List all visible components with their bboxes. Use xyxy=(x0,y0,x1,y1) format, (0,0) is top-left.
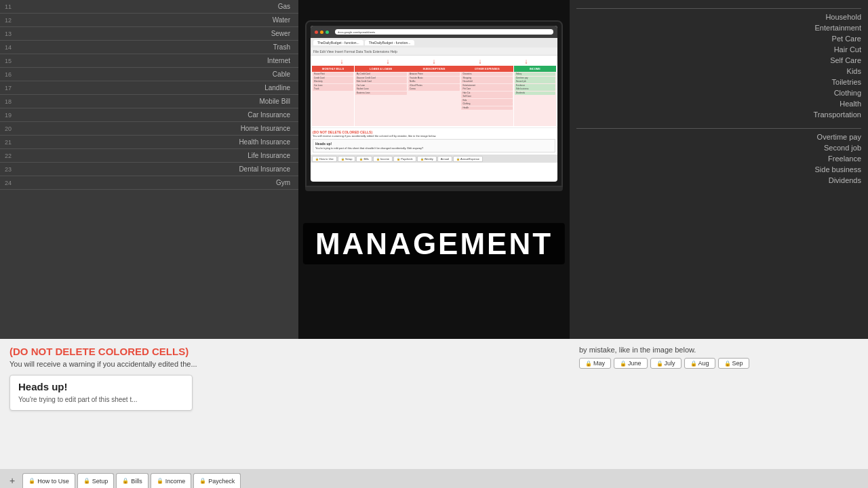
arrow-1: ↓ xyxy=(340,58,344,65)
do-not-delete-main: (DO NOT DELETE COLORED CELLS) xyxy=(9,346,289,357)
laptop-sheet-tab[interactable]: 🔒 Setup xyxy=(338,156,356,162)
row-number: 18 xyxy=(0,98,14,105)
month-tab[interactable]: 🔒 June xyxy=(614,358,648,369)
laptop-sheet-tab[interactable]: 🔒 AnnualExpense xyxy=(453,156,483,162)
row-number: 17 xyxy=(0,85,14,92)
sheet-cell: Hair Cut xyxy=(461,92,513,95)
laptop: docs.google.com/spreadsheets TheDailyBud… xyxy=(305,20,563,191)
browser-tab-1[interactable]: TheDailyBudget - function... xyxy=(313,40,363,45)
sheet-tabs-laptop: 🔒 How to Use🔒 Setup🔒 Bills🔒 Income🔒 Payc… xyxy=(311,155,557,163)
month-tabs: 🔒 May🔒 June🔒 July🔒 Aug🔒 Sep xyxy=(579,358,859,369)
month-tab[interactable]: 🔒 Sep xyxy=(718,358,749,369)
laptop-sheet-tab[interactable]: Annual xyxy=(437,156,452,162)
bottom-right-content: by mistake, like in the image below. 🔒 M… xyxy=(570,339,868,488)
col-loans: LOANS & LOANS xyxy=(355,66,408,72)
spreadsheet-row: 12 Water xyxy=(0,14,298,27)
sheet-cell: Discover Credit Card xyxy=(355,77,407,80)
laptop-sheet-tab[interactable]: 🔒 Bills xyxy=(356,156,372,162)
sheet-cell: Credit Card xyxy=(313,77,353,80)
address-bar[interactable]: docs.google.com/spreadsheets xyxy=(335,29,553,35)
maximize-icon[interactable] xyxy=(326,30,329,34)
heads-up-title-laptop: Heads up! xyxy=(315,142,553,146)
sheet-tab-main[interactable]: 🔒 Setup xyxy=(77,473,115,488)
heads-up-title-main: Heads up! xyxy=(18,381,184,392)
browser-tab-bar: TheDailyBudget - function... TheDailyBud… xyxy=(311,38,557,47)
right-col1-item: Pet Care xyxy=(576,33,861,44)
row-content: Water xyxy=(14,16,298,24)
sheet-cell: Netflix xyxy=(408,80,460,83)
row-content: Car Insurance xyxy=(14,111,298,119)
toolbar-label: File Edit View Insert Format Data Tools … xyxy=(313,49,397,54)
sheet-tab-main[interactable]: 🔒 Income xyxy=(151,473,192,488)
laptop-sheet-tab[interactable]: 🔒 Income xyxy=(373,156,393,162)
right-col1-item: Health xyxy=(576,98,861,109)
sheet-cell: Dividends xyxy=(515,92,555,95)
management-text: MANAGEMENT xyxy=(303,223,565,264)
browser-tab-2[interactable]: TheDailyBudget - function... xyxy=(365,40,415,45)
column-headers: MONTHLY BILLS LOANS & LOANS SUBSCRIPTION… xyxy=(312,66,556,72)
right-col1-items: HouseholdEntertainmentPet CareHair CutSe… xyxy=(576,12,861,120)
row-content: Sewer xyxy=(14,30,298,37)
sheet-cell: Car Loan xyxy=(313,84,353,87)
browser-bar: docs.google.com/spreadsheets xyxy=(311,26,557,38)
arrow-3: ↓ xyxy=(433,58,436,65)
sheet-tabs-main: +🔒 How to Use🔒 Setup🔒 Bills🔒 Income🔒 Pay… xyxy=(0,469,868,488)
arrow-4: ↓ xyxy=(479,58,482,65)
row-number: 12 xyxy=(0,17,14,24)
sheet-cell: Clothing xyxy=(461,102,513,106)
cells-income: SalaryOvertime paySecond jobFreelanceSid… xyxy=(514,72,556,126)
laptop-sheet-tab[interactable]: 🔒 How to Use xyxy=(312,156,337,162)
sheet-cell: Car Loan xyxy=(355,84,407,87)
heads-up-text-main: You're trying to edit part of this sheet… xyxy=(18,395,184,405)
right-col1-item: Self Care xyxy=(576,55,861,66)
sheet-cell: Youtube Music xyxy=(408,77,460,80)
right-col1-item: Transportation xyxy=(576,109,861,120)
sheet-cell: Salary xyxy=(515,73,555,76)
row-content: Internet xyxy=(14,57,298,64)
heads-up-card-laptop: Heads up! You're trying to edit part of … xyxy=(313,139,555,152)
sheet-cell: Student Loan xyxy=(355,87,407,91)
sheet-cell: Kids Credit Card xyxy=(355,80,407,83)
left-spreadsheet-rows: 11 Gas 12 Water 13 Sewer 14 Trash 15 Int… xyxy=(0,0,298,190)
sheet-cell: Freelance xyxy=(515,84,555,87)
sheet-cell: Electricity xyxy=(313,80,353,83)
spreadsheet-row: 22 Life Insurance xyxy=(0,149,298,163)
laptop-sheet-tab[interactable]: 🔒 Weekly xyxy=(417,156,437,162)
sheet-cell: Amazon Prime xyxy=(408,73,460,76)
right-col1-item: Entertainment xyxy=(576,22,861,33)
heads-up-text-laptop: You're trying to edit part of this sheet… xyxy=(315,146,553,150)
cells-loans: My Credit CardDiscover Credit CardKids C… xyxy=(355,72,408,126)
month-tab[interactable]: 🔒 May xyxy=(579,358,611,369)
sheet-tab-main[interactable]: 🔒 How to Use xyxy=(22,473,75,488)
row-content: Landline xyxy=(14,84,298,92)
right-col2-item: Second job xyxy=(576,142,861,153)
month-tab[interactable]: 🔒 July xyxy=(650,358,682,369)
sheet-tab-main[interactable]: 🔒 Bills xyxy=(116,473,149,488)
right-col2-item: Freelance xyxy=(576,153,861,164)
sheet-cell: Business Loan xyxy=(355,92,407,95)
sheet-cell: Shopping xyxy=(461,77,513,80)
spreadsheet-row: 23 Dental Insurance xyxy=(0,163,298,176)
spreadsheet-row: 17 Landline xyxy=(0,81,298,95)
row-number: 22 xyxy=(0,152,14,159)
row-number: 23 xyxy=(0,166,14,173)
close-icon[interactable] xyxy=(315,30,318,34)
laptop-sheet-tab[interactable]: 🔒 Paycheck xyxy=(393,156,416,162)
row-number: 20 xyxy=(0,125,14,132)
row-number: 19 xyxy=(0,112,14,119)
arrows-row: ↓ ↓ ↓ ↓ ↓ xyxy=(312,57,556,66)
row-content: Health Insurance xyxy=(14,138,298,146)
col-monthly-bills: MONTHLY BILLS xyxy=(312,66,354,72)
sheet-cell: Kids xyxy=(461,99,513,102)
laptop-lid: docs.google.com/spreadsheets TheDailyBud… xyxy=(305,20,563,187)
add-sheet-button[interactable]: + xyxy=(4,473,20,488)
minimize-icon[interactable] xyxy=(320,30,323,34)
sheet-cell: iCloud Photos xyxy=(408,84,460,87)
right-col1-item: Kids xyxy=(576,66,861,77)
col-income: INCOME xyxy=(514,66,556,72)
arrow-5: ↓ xyxy=(525,58,528,65)
month-tab[interactable]: 🔒 Aug xyxy=(684,358,715,369)
sheet-tab-main[interactable]: 🔒 Paycheck xyxy=(193,473,241,488)
sheet-cell: Truck xyxy=(313,87,353,91)
sheet-cell: Groceries xyxy=(461,73,513,76)
